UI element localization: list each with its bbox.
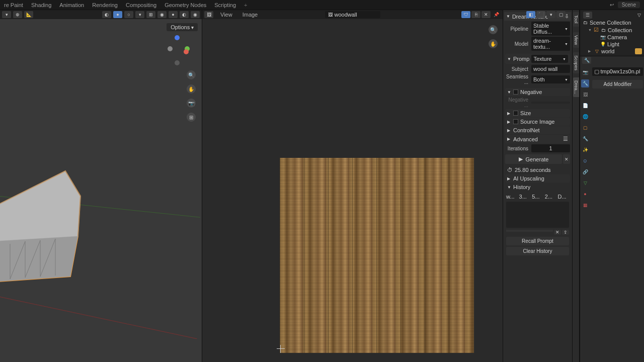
physics-tab-icon[interactable]: ⊙ <box>581 157 589 165</box>
viewport-solid-icon[interactable]: ● <box>169 11 178 18</box>
view-menu[interactable]: View <box>217 12 235 18</box>
texture-tab-icon[interactable]: ▦ <box>581 201 589 209</box>
properties-type-icon[interactable]: 🔧 <box>582 57 591 64</box>
image-menu[interactable]: Image <box>239 12 261 18</box>
object-name-field[interactable]: ▢ tmp0wx1zs0n.pl <box>592 67 643 76</box>
add-workspace-icon[interactable]: + <box>244 2 247 8</box>
back-icon[interactable]: ↩ <box>610 2 614 8</box>
history-export-button[interactable]: ⇪ <box>562 230 569 235</box>
advanced-section[interactable]: ▶ Advanced ☰ <box>505 135 570 143</box>
view-tab[interactable]: View <box>573 32 579 48</box>
iterations-input[interactable]: 1 <box>531 144 570 152</box>
model-dropdown[interactable]: dream-textu...▼ <box>531 37 570 51</box>
workspace-tab[interactable]: re Paint <box>4 2 23 8</box>
collection-item[interactable]: ▼ ☑ 🗀 Collection <box>581 26 643 34</box>
duplicate-icon[interactable]: ⎘ <box>471 11 480 18</box>
controlnet-section[interactable]: ▶ ControlNet <box>505 126 570 134</box>
workspace-tab[interactable]: Shading <box>31 2 51 8</box>
pin-icon[interactable]: 📌 <box>492 11 501 18</box>
gizmo-neg-axis[interactable] <box>175 60 180 65</box>
cancel-button[interactable]: ✕ <box>563 154 570 164</box>
viewport-gizmo-icon[interactable]: ⊞ <box>146 11 155 18</box>
clear-history-button[interactable]: Clear History <box>506 247 569 255</box>
modifier-tab-icon[interactable]: 🔧 <box>581 135 589 143</box>
pivot-icon[interactable]: ⊕ <box>13 11 22 18</box>
tool-tab[interactable]: Tool <box>573 12 579 27</box>
viewport-overlay-icon[interactable]: ◐ <box>102 11 111 18</box>
prompt-section[interactable]: ▼ Promp Texture▼ <box>505 54 570 64</box>
object-tab-icon[interactable]: ▢ <box>581 124 589 132</box>
editor-type-icon[interactable]: 🖼 <box>204 11 213 18</box>
camera-item[interactable]: 📷 Camera <box>581 34 643 41</box>
options-dropdown[interactable]: Options ▾ <box>167 23 198 31</box>
workspace-tab[interactable]: Scripting <box>214 2 236 8</box>
light-item[interactable]: 💡 Light <box>581 41 643 48</box>
world-item[interactable]: ▶ ▽ world <box>581 48 643 55</box>
editor-type-icon[interactable]: ▾ <box>2 11 11 18</box>
checkbox-icon[interactable]: ☑ <box>594 27 599 33</box>
zoom-icon[interactable]: 🔍 <box>187 70 196 79</box>
outliner-type-icon[interactable]: ☰ <box>583 12 592 19</box>
history-remove-button[interactable]: ✕ <box>554 230 561 235</box>
shield-icon[interactable]: 🛡 <box>461 11 470 18</box>
negative-checkbox[interactable] <box>513 89 518 95</box>
zoom-icon[interactable]: 🔍 <box>489 25 498 34</box>
history-list[interactable] <box>506 202 569 228</box>
viewport-mat-icon[interactable]: ◐ <box>180 11 189 18</box>
seamless-dropdown[interactable]: Both▼ <box>531 75 570 83</box>
scopes-tab[interactable]: Scopes <box>573 52 579 73</box>
camera-icon[interactable]: 📷 <box>187 99 196 108</box>
workspace-tab[interactable]: Rendering <box>92 2 118 8</box>
material-tab-icon[interactable]: ● <box>581 190 589 198</box>
gizmo-x-axis[interactable] <box>184 49 189 54</box>
data-tab-icon[interactable]: ▽ <box>581 179 589 187</box>
color-icon[interactable]: ⬛ <box>536 11 545 18</box>
unlink-icon[interactable]: ✕ <box>481 11 491 18</box>
filter-icon[interactable]: ▽ <box>637 13 641 18</box>
pan-icon[interactable]: ✋ <box>489 39 498 48</box>
viewport-render-icon[interactable]: ◉ <box>191 11 200 18</box>
source-image-checkbox[interactable] <box>513 119 518 124</box>
history-slider[interactable] <box>506 230 553 232</box>
pipeline-dropdown[interactable]: Stable Diffus...▼ <box>531 22 570 36</box>
negative-section[interactable]: ▼ Negative <box>505 88 570 96</box>
2d-cursor[interactable] <box>277 345 285 353</box>
pan-icon[interactable]: ✋ <box>187 84 196 94</box>
gizmo-z-axis[interactable] <box>175 35 180 40</box>
viewport-shading-icon[interactable]: ● <box>113 11 122 18</box>
recall-prompt-button[interactable]: Recall Prompt <box>506 237 569 245</box>
particle-tab-icon[interactable]: ✨ <box>581 146 589 154</box>
gizmo-center[interactable] <box>168 46 173 51</box>
mesh-object[interactable] <box>0 166 91 292</box>
history-section[interactable]: ▼ History <box>505 183 570 191</box>
constraint-tab-icon[interactable]: 🔗 <box>581 168 589 176</box>
alpha-icon[interactable]: ▾ <box>546 11 555 18</box>
size-section[interactable]: ▶ Size <box>505 109 570 117</box>
world-tab-icon[interactable]: 🌐 <box>581 113 589 121</box>
viewport-wire-icon[interactable]: ◉ <box>157 11 167 18</box>
viewlayer-tab-icon[interactable]: 🖼 <box>581 90 589 99</box>
scene-collection-item[interactable]: 🗀 Scene Collection <box>581 19 643 26</box>
display-channels-icon[interactable]: ◧ <box>526 11 535 18</box>
render-tab-icon[interactable]: 📷 <box>581 68 589 76</box>
navigation-gizmo[interactable] <box>166 35 190 65</box>
output-tab-icon[interactable]: 🔧 <box>581 79 589 87</box>
generate-button[interactable]: ▶ Generate <box>505 154 562 164</box>
negative-input[interactable] <box>531 102 570 104</box>
slot-icon[interactable]: ▢ <box>556 11 566 18</box>
workspace-tab[interactable]: Compositing <box>126 2 156 8</box>
workspace-tab[interactable]: Animation <box>59 2 84 8</box>
size-checkbox[interactable] <box>513 111 518 116</box>
viewport-shading-icon[interactable]: ○ <box>124 11 133 18</box>
image-editor[interactable]: 🖼 View Image 🖼 woodwall 🛡 ⎘ ✕ 📌 🔍 ✋ ↖ <box>202 10 503 362</box>
source-image-section[interactable]: ▶ Source Image <box>505 118 570 126</box>
scene-field[interactable]: Scene <box>618 2 640 8</box>
subject-input[interactable]: wood wall <box>531 65 570 73</box>
3d-viewport[interactable]: ▾ ⊕ 📐 ◐ ● ○ ▾ ⊞ ◉ ● ◐ ◉ Options ▾ 🔍 ✋ 📷 <box>0 10 202 362</box>
viewport-shading-icon[interactable]: ▾ <box>135 11 144 18</box>
scene-tab-icon[interactable]: 📄 <box>581 102 589 110</box>
list-icon[interactable]: ☰ <box>563 136 568 142</box>
add-modifier-button[interactable]: Add Modifier <box>592 80 643 88</box>
ai-upscaling-section[interactable]: ▶ AI Upscaling <box>505 174 570 183</box>
prompt-type-dropdown[interactable]: Texture▼ <box>531 55 568 63</box>
